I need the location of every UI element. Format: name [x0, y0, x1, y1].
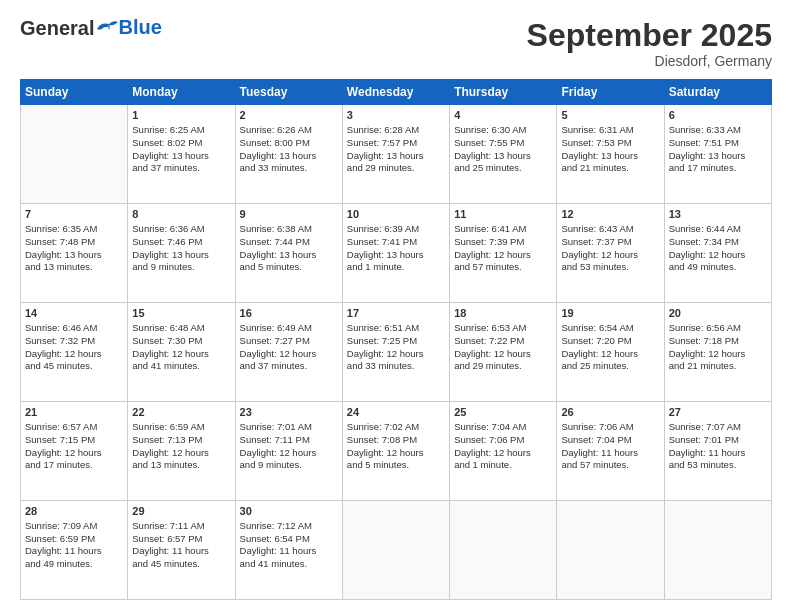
day-number: 1 [132, 108, 230, 123]
day-info: Sunrise: 7:09 AM [25, 520, 97, 531]
calendar-cell: 8Sunrise: 6:36 AMSunset: 7:46 PMDaylight… [128, 204, 235, 303]
day-number: 3 [347, 108, 445, 123]
day-info: Daylight: 11 hours [669, 447, 746, 458]
calendar-cell: 14Sunrise: 6:46 AMSunset: 7:32 PMDayligh… [21, 303, 128, 402]
day-number: 13 [669, 207, 767, 222]
calendar-day-header: Tuesday [235, 80, 342, 105]
calendar-cell: 21Sunrise: 6:57 AMSunset: 7:15 PMDayligh… [21, 402, 128, 501]
day-info: Sunrise: 6:38 AM [240, 223, 312, 234]
day-number: 11 [454, 207, 552, 222]
day-info: Sunset: 7:48 PM [25, 236, 95, 247]
day-info: and 37 minutes. [132, 162, 200, 173]
day-info: Sunset: 7:34 PM [669, 236, 739, 247]
day-info: Sunset: 7:27 PM [240, 335, 310, 346]
day-info: Sunset: 7:39 PM [454, 236, 524, 247]
day-info: Daylight: 12 hours [132, 447, 209, 458]
day-number: 16 [240, 306, 338, 321]
calendar-cell: 29Sunrise: 7:11 AMSunset: 6:57 PMDayligh… [128, 501, 235, 600]
day-info: Sunset: 7:44 PM [240, 236, 310, 247]
calendar-week-row: 1Sunrise: 6:25 AMSunset: 8:02 PMDaylight… [21, 105, 772, 204]
day-info: and 5 minutes. [240, 261, 302, 272]
logo: GeneralBlue [20, 18, 162, 38]
day-number: 22 [132, 405, 230, 420]
day-info: and 25 minutes. [561, 360, 629, 371]
title-area: September 2025 Diesdorf, Germany [527, 18, 772, 69]
day-number: 30 [240, 504, 338, 519]
day-info: Daylight: 12 hours [454, 249, 531, 260]
calendar-cell: 6Sunrise: 6:33 AMSunset: 7:51 PMDaylight… [664, 105, 771, 204]
day-info: Daylight: 13 hours [454, 150, 531, 161]
day-info: Sunset: 7:51 PM [669, 137, 739, 148]
day-number: 26 [561, 405, 659, 420]
day-info: and 21 minutes. [669, 360, 737, 371]
day-info: Daylight: 13 hours [561, 150, 638, 161]
day-number: 29 [132, 504, 230, 519]
calendar-day-header: Friday [557, 80, 664, 105]
day-info: Sunset: 7:57 PM [347, 137, 417, 148]
day-info: and 9 minutes. [132, 261, 194, 272]
calendar-header-row: SundayMondayTuesdayWednesdayThursdayFrid… [21, 80, 772, 105]
day-info: Sunrise: 6:41 AM [454, 223, 526, 234]
month-title: September 2025 [527, 18, 772, 53]
calendar-cell: 18Sunrise: 6:53 AMSunset: 7:22 PMDayligh… [450, 303, 557, 402]
day-info: Sunrise: 6:39 AM [347, 223, 419, 234]
day-number: 24 [347, 405, 445, 420]
day-info: Daylight: 13 hours [347, 249, 424, 260]
calendar-cell: 23Sunrise: 7:01 AMSunset: 7:11 PMDayligh… [235, 402, 342, 501]
day-number: 6 [669, 108, 767, 123]
day-info: Sunrise: 7:11 AM [132, 520, 204, 531]
day-info: Daylight: 13 hours [240, 150, 317, 161]
day-info: and 17 minutes. [25, 459, 93, 470]
day-number: 5 [561, 108, 659, 123]
day-number: 4 [454, 108, 552, 123]
day-info: and 57 minutes. [561, 459, 629, 470]
day-info: Daylight: 12 hours [240, 447, 317, 458]
day-number: 14 [25, 306, 123, 321]
day-info: Sunrise: 6:26 AM [240, 124, 312, 135]
day-info: Sunset: 7:32 PM [25, 335, 95, 346]
calendar-cell: 9Sunrise: 6:38 AMSunset: 7:44 PMDaylight… [235, 204, 342, 303]
day-info: Sunrise: 6:46 AM [25, 322, 97, 333]
day-info: Sunset: 7:41 PM [347, 236, 417, 247]
day-info: Sunset: 7:18 PM [669, 335, 739, 346]
day-info: Daylight: 12 hours [669, 348, 746, 359]
calendar-cell: 1Sunrise: 6:25 AMSunset: 8:02 PMDaylight… [128, 105, 235, 204]
day-info: Sunrise: 6:56 AM [669, 322, 741, 333]
day-info: Sunrise: 6:57 AM [25, 421, 97, 432]
calendar-cell: 7Sunrise: 6:35 AMSunset: 7:48 PMDaylight… [21, 204, 128, 303]
day-number: 21 [25, 405, 123, 420]
day-info: Sunrise: 6:51 AM [347, 322, 419, 333]
day-info: Sunset: 8:00 PM [240, 137, 310, 148]
day-info: Sunrise: 6:48 AM [132, 322, 204, 333]
day-info: Sunset: 7:55 PM [454, 137, 524, 148]
day-number: 23 [240, 405, 338, 420]
day-number: 18 [454, 306, 552, 321]
day-info: Sunrise: 6:49 AM [240, 322, 312, 333]
day-number: 27 [669, 405, 767, 420]
day-info: and 33 minutes. [347, 360, 415, 371]
day-info: Daylight: 12 hours [669, 249, 746, 260]
day-number: 2 [240, 108, 338, 123]
calendar-week-row: 28Sunrise: 7:09 AMSunset: 6:59 PMDayligh… [21, 501, 772, 600]
day-info: Sunrise: 7:06 AM [561, 421, 633, 432]
calendar-cell [664, 501, 771, 600]
day-info: Daylight: 12 hours [454, 348, 531, 359]
calendar-cell: 20Sunrise: 6:56 AMSunset: 7:18 PMDayligh… [664, 303, 771, 402]
day-info: Sunset: 7:01 PM [669, 434, 739, 445]
calendar-cell: 27Sunrise: 7:07 AMSunset: 7:01 PMDayligh… [664, 402, 771, 501]
day-info: and 53 minutes. [669, 459, 737, 470]
calendar-cell [450, 501, 557, 600]
calendar-cell: 3Sunrise: 6:28 AMSunset: 7:57 PMDaylight… [342, 105, 449, 204]
day-info: Sunset: 7:22 PM [454, 335, 524, 346]
day-info: Daylight: 11 hours [240, 545, 317, 556]
day-info: and 57 minutes. [454, 261, 522, 272]
day-info: Daylight: 11 hours [25, 545, 102, 556]
day-info: Sunrise: 6:36 AM [132, 223, 204, 234]
calendar-cell: 13Sunrise: 6:44 AMSunset: 7:34 PMDayligh… [664, 204, 771, 303]
day-info: Sunrise: 7:04 AM [454, 421, 526, 432]
day-info: Sunset: 7:53 PM [561, 137, 631, 148]
logo-general: General [20, 18, 94, 38]
day-info: Daylight: 13 hours [132, 249, 209, 260]
day-info: Daylight: 11 hours [561, 447, 638, 458]
calendar-day-header: Sunday [21, 80, 128, 105]
